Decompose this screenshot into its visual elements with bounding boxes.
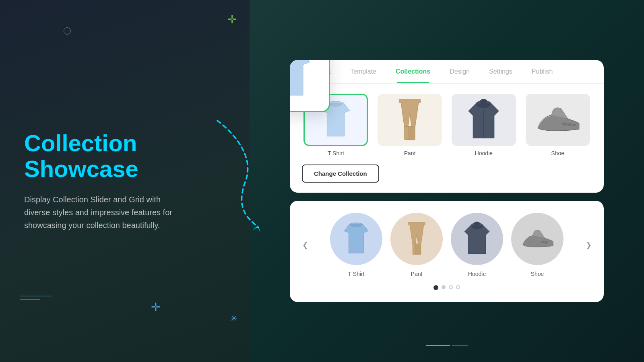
slider-dots	[298, 285, 596, 290]
right-panel: Layout Template Collections Design Setti…	[250, 0, 644, 362]
nav-collections[interactable]: Collections	[386, 60, 440, 83]
change-collection-button[interactable]: Change Collection	[302, 165, 379, 183]
bottom-line-decoration	[426, 345, 468, 346]
slider-next-button[interactable]: ❯	[581, 238, 596, 252]
product-hoodie-image	[452, 94, 516, 146]
plus-bottom-icon: ✛	[151, 300, 160, 314]
slider-prev-button[interactable]: ❮	[298, 238, 312, 252]
product-shoe[interactable]: Shoe	[524, 94, 592, 156]
slider-item-pant[interactable]: Pant	[390, 213, 443, 277]
circle-decoration	[64, 27, 71, 35]
dot-4[interactable]	[456, 285, 460, 289]
card1-content: T Shirt Pant	[290, 84, 604, 193]
nav-settings[interactable]: Settings	[479, 60, 522, 83]
slider-pant-label: Pant	[411, 271, 423, 277]
slider-item-hoodie[interactable]: Hoodie	[451, 213, 503, 277]
slider-pant-image	[390, 213, 443, 265]
svg-point-3	[480, 99, 487, 104]
slider-container: ❮ T Shirt	[298, 213, 596, 277]
product-hoodie[interactable]: Hoodie	[450, 94, 518, 156]
product-shoe-label: Shoe	[551, 150, 564, 156]
nav-bar: Layout Template Collections Design Setti…	[290, 60, 604, 84]
page-title: Collection Showcase	[24, 130, 225, 182]
slider-tshirt-image	[330, 213, 382, 265]
left-panel: ✛ ✛ ✳ Collection Showcase Display Collec…	[0, 0, 250, 362]
nav-publish[interactable]: Publish	[522, 60, 562, 83]
product-pant-image	[378, 94, 442, 146]
product-shoe-image	[526, 94, 590, 146]
slider-shoe-label: Shoe	[531, 271, 544, 277]
product-pant-label: Pant	[404, 150, 416, 156]
svg-point-6	[567, 123, 572, 126]
products-grid: T Shirt Pant	[302, 94, 592, 156]
nav-design[interactable]: Design	[440, 60, 479, 83]
slider-shoe-image	[511, 213, 564, 265]
dot-3[interactable]	[449, 285, 453, 289]
svg-marker-0	[253, 224, 262, 232]
slider-items: T Shirt Pant	[312, 213, 581, 277]
dot-2[interactable]	[442, 285, 446, 289]
svg-point-12	[544, 241, 548, 243]
slider-hoodie-image	[451, 213, 503, 265]
svg-point-11	[540, 241, 544, 243]
slider-item-tshirt[interactable]: T Shirt	[330, 213, 382, 277]
dashed-arrow	[213, 117, 266, 233]
svg-rect-9	[415, 244, 421, 254]
card-slider: ❮ T Shirt	[290, 201, 604, 302]
svg-point-10	[474, 222, 480, 226]
product-pant[interactable]: Pant	[376, 94, 444, 156]
svg-point-5	[561, 122, 567, 125]
svg-point-7	[572, 123, 576, 126]
asterisk-icon: ✳	[230, 313, 237, 324]
card2-content: ❮ T Shirt	[290, 201, 604, 302]
product-tshirt-label: T Shirt	[328, 150, 344, 156]
lines-decoration	[20, 296, 52, 300]
floating-selected-item	[290, 60, 330, 112]
card-grid: Layout Template Collections Design Setti…	[290, 60, 604, 193]
slider-hoodie-label: Hoodie	[468, 271, 486, 277]
plus-top-icon: ✛	[227, 13, 237, 26]
page-description: Display Collection Slider and Grid with …	[24, 193, 177, 232]
nav-template[interactable]: Template	[341, 60, 386, 83]
svg-rect-2	[408, 126, 415, 140]
product-hoodie-label: Hoodie	[475, 150, 493, 156]
slider-tshirt-label: T Shirt	[348, 271, 365, 277]
dot-1[interactable]	[433, 285, 438, 290]
slider-item-shoe[interactable]: Shoe	[511, 213, 564, 277]
